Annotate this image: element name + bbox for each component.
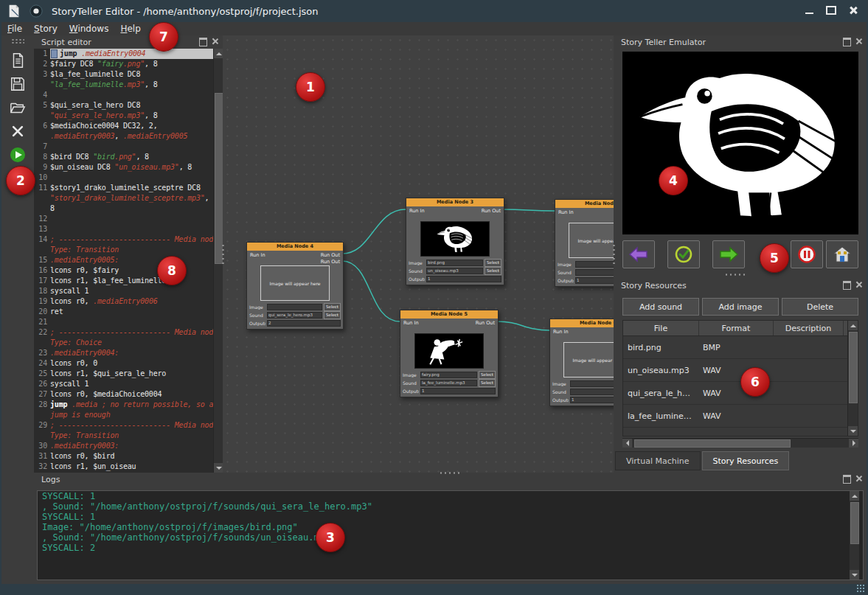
window-title: StoryTeller Editor - /home/anthony/ostpr… [52,6,319,17]
port-run-in[interactable]: Run In [409,208,425,214]
close-panel-icon[interactable] [212,38,218,44]
select-button[interactable]: Select [324,303,341,311]
select-button[interactable]: Select [324,311,341,319]
scroll-thumb[interactable] [634,439,791,448]
port-run-in[interactable]: Run In [558,209,574,215]
column-header-description[interactable]: Description [774,321,844,335]
media-node[interactable]: Media Node 4Run InRun OutRun OutImage wi… [246,242,344,330]
add-sound-button[interactable]: Add sound [622,298,699,316]
float-panel-icon[interactable] [843,281,851,290]
port-run-out[interactable]: Run Out [321,259,340,265]
cursor-marker-icon [51,49,58,58]
scroll-left-arrow[interactable] [622,439,632,448]
port-run-in[interactable]: Run In [250,252,265,258]
resize-grip[interactable] [856,584,865,593]
table-row[interactable]: bird.pngBMP [623,336,858,359]
menu-windows[interactable]: Windows [63,23,115,35]
node-field-value[interactable]: fairy.png [420,372,477,378]
delete-button[interactable]: Delete [782,298,858,316]
minimize-button[interactable] [800,3,818,18]
toolbar-grip-handle[interactable] [11,38,24,44]
node-field-value[interactable] [575,261,614,268]
add-image-button[interactable]: Add image [702,298,779,316]
node-field-value[interactable]: la_fee_luminelle.mp3 [420,380,477,386]
media-node[interactable]: Media Node 5Run InRun OutImagefairy.pngS… [400,310,499,397]
splitter-handle[interactable] [724,273,746,276]
port-run-out[interactable]: Run Out [476,320,495,326]
port-run-out[interactable]: Run Out [321,252,340,258]
maximize-button[interactable] [822,3,840,18]
scroll-thumb[interactable] [850,502,859,544]
tab-virtual-machine[interactable]: Virtual Machine [615,451,701,470]
node-field-value[interactable]: qui_sera_le_hero.mp3 [267,312,322,319]
open-button[interactable] [7,97,29,118]
float-panel-icon[interactable] [199,38,207,46]
node-field-label: Image [403,372,419,377]
node-field-value[interactable] [570,389,614,395]
table-row[interactable]: fairy.pngBMP [623,428,858,436]
splitter-handle[interactable] [612,243,616,265]
select-button[interactable]: Select [485,267,501,275]
home-button[interactable] [826,240,858,268]
titlebar[interactable]: StoryTeller Editor - /home/anthony/ostpr… [0,0,868,22]
scroll-thumb[interactable] [849,332,858,403]
node-field-value[interactable]: 1 [426,276,501,282]
node-field-value[interactable] [570,380,614,387]
splitter-handle[interactable] [439,471,461,475]
node-graph-canvas[interactable]: Media Node 4Run InRun OutRun OutImage wi… [223,35,614,473]
media-node[interactable]: Media Node 2Run InRun OutImage will appe… [555,199,614,287]
ok-button[interactable] [667,240,700,268]
scroll-down-arrow[interactable] [850,570,859,580]
close-project-button[interactable] [7,121,29,142]
node-field-label: Outputs [552,397,569,403]
new-script-button[interactable] [7,50,29,71]
select-button[interactable]: Select [479,379,496,387]
node-field-value[interactable]: 1 [420,388,496,394]
table-hscrollbar[interactable] [622,438,858,448]
node-field-value[interactable]: un_oiseau.mp3 [426,268,483,274]
close-panel-icon[interactable] [855,281,862,288]
float-panel-icon[interactable] [843,475,851,484]
node-field-value[interactable]: bird.png [426,260,483,266]
run-button[interactable] [7,145,29,165]
splitter-handle[interactable] [221,243,225,265]
node-field-value[interactable] [267,304,322,310]
column-header-format[interactable]: Format [699,321,774,335]
node-field-value[interactable]: 1 [570,397,614,403]
menu-help[interactable]: Help [114,23,146,35]
menu-story[interactable]: Story [28,23,63,35]
node-field-value[interactable]: 2 [267,320,341,327]
annotation-marker-1: 1 [296,72,325,102]
close-panel-icon[interactable] [855,475,862,481]
select-button[interactable]: Select [479,371,496,379]
select-button[interactable]: Select [485,259,501,267]
table-cell [772,382,841,404]
scroll-down-arrow[interactable] [848,426,858,436]
pause-button[interactable] [791,240,823,268]
port-run-in[interactable]: Run In [403,320,419,326]
media-node[interactable]: Media Node 3Run InRun OutImagebird.pngSe… [406,198,504,285]
previous-button[interactable] [622,240,655,268]
table-row[interactable]: la_fee_lumine…WAV [623,405,858,428]
scroll-up-arrow[interactable] [848,321,858,330]
save-button[interactable] [7,74,29,94]
media-node[interactable]: Media Node 6Run InRun OutImage will appe… [549,319,614,406]
next-button[interactable] [712,240,745,268]
code-editor[interactable]: 1jump .mediaEntry00042$fairy DC8 "fairy.… [34,49,223,473]
table-vscrollbar[interactable] [847,321,858,436]
menu-file[interactable]: File [1,23,28,35]
float-panel-icon[interactable] [843,38,851,46]
node-field-value[interactable] [575,269,614,276]
scroll-up-arrow[interactable] [850,491,859,501]
port-run-out[interactable]: Run Out [482,208,501,214]
column-header-file[interactable]: File [623,321,699,335]
tab-story-resources[interactable]: Story Resources [702,451,790,470]
node-field-label: Image [409,260,425,265]
close-panel-icon[interactable] [855,38,862,44]
port-run-in[interactable]: Run In [553,329,569,335]
close-button[interactable] [844,3,862,18]
scroll-right-arrow[interactable] [849,439,858,448]
logs-output[interactable]: SYSCALL: 1, Sound: "/home/anthony/ostpro… [37,490,864,580]
logs-vscrollbar[interactable] [849,491,859,580]
node-field-value[interactable]: 1 [575,277,614,284]
